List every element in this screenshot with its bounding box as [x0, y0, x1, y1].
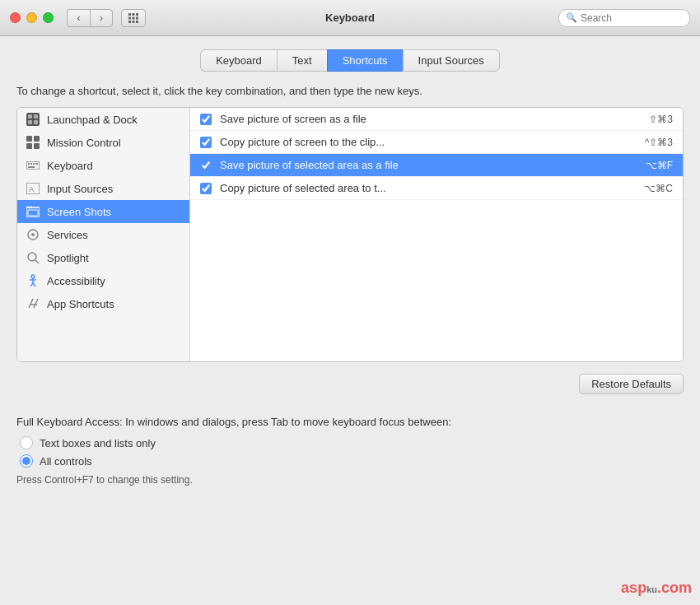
svg-line-32: [35, 260, 39, 263]
svg-line-40: [34, 299, 38, 308]
shortcut-row-copy-selected[interactable]: Copy picture of selected area to t... ⌥⌘…: [190, 177, 683, 200]
shortcut-checkbox-copy-clip[interactable]: [200, 137, 212, 148]
svg-rect-19: [28, 163, 30, 165]
services-icon: [26, 227, 40, 242]
tab-text[interactable]: Text: [277, 49, 327, 72]
tab-keyboard[interactable]: Keyboard: [200, 49, 277, 72]
sidebar-item-app-shortcuts[interactable]: App Shortcuts: [17, 292, 189, 315]
main-content: Keyboard Text Shortcuts Input Sources To…: [0, 36, 700, 605]
svg-rect-4: [133, 16, 135, 19]
sidebar-item-screen-shots[interactable]: Screen Shots: [17, 200, 189, 223]
shortcut-row-copy-clip[interactable]: Copy picture of screen to the clip... ^⇧…: [190, 131, 683, 154]
sidebar-item-services[interactable]: Services: [17, 223, 189, 246]
radio-row-text-boxes[interactable]: Text boxes and lists only: [20, 436, 684, 449]
shortcut-key-save-file: ⇧⌘3: [649, 114, 673, 125]
bottom-section: Restore Defaults Full Keyboard Access: I…: [16, 374, 684, 491]
restore-defaults-button[interactable]: Restore Defaults: [579, 374, 684, 394]
sidebar-item-spotlight-label: Spotlight: [47, 252, 89, 264]
sidebar-item-launchpad-label: Launchpad & Dock: [47, 114, 138, 126]
shortcut-checkbox-save-file[interactable]: [200, 114, 212, 125]
svg-line-38: [29, 299, 33, 308]
svg-rect-7: [133, 21, 135, 23]
app-shortcuts-icon: [26, 296, 40, 311]
radio-all-controls-label: All controls: [40, 455, 92, 468]
sidebar-item-mission-control-label: Mission Control: [47, 137, 121, 149]
svg-rect-12: [28, 120, 32, 124]
svg-rect-8: [136, 21, 138, 23]
svg-rect-1: [133, 13, 135, 16]
shortcut-label-copy-selected: Copy picture of selected area to t...: [220, 182, 636, 194]
back-button[interactable]: ‹: [67, 9, 90, 27]
search-box[interactable]: 🔍: [558, 9, 690, 27]
radio-row-all-controls[interactable]: All controls: [20, 454, 684, 468]
watermark: aspku.com: [621, 579, 692, 597]
search-icon: 🔍: [566, 12, 577, 23]
svg-rect-14: [26, 136, 32, 142]
radio-text-boxes-label: Text boxes and lists only: [40, 437, 156, 449]
svg-rect-6: [128, 21, 131, 23]
spotlight-icon: [26, 250, 40, 265]
minimize-button[interactable]: [26, 12, 37, 23]
mission-control-icon: [26, 135, 40, 150]
tab-shortcuts[interactable]: Shortcuts: [327, 49, 403, 72]
shortcut-list: Save picture of screen as a file ⇧⌘3 Cop…: [190, 108, 683, 361]
instruction-text: To change a shortcut, select it, click t…: [16, 85, 684, 97]
fka-section: Full Keyboard Access: In windows and dia…: [16, 404, 684, 491]
svg-rect-28: [28, 210, 38, 216]
nav-buttons: ‹ ›: [67, 9, 113, 27]
screen-shots-icon: [26, 204, 40, 219]
svg-point-31: [28, 253, 36, 261]
sidebar-item-keyboard[interactable]: Keyboard: [17, 154, 189, 177]
sidebar-item-spotlight[interactable]: Spotlight: [17, 246, 189, 269]
shortcut-row-save-selected[interactable]: Save picture of selected area as a file …: [190, 154, 683, 177]
svg-rect-0: [128, 13, 131, 16]
sidebar-item-services-label: Services: [47, 229, 88, 241]
sidebar-item-accessibility[interactable]: Accessibility: [17, 269, 189, 292]
sidebar-item-mission-control[interactable]: Mission Control: [17, 131, 189, 154]
titlebar: ‹ › Keyboard 🔍: [0, 0, 700, 36]
grid-button[interactable]: [121, 9, 146, 27]
svg-rect-15: [34, 136, 40, 142]
radio-group: Text boxes and lists only All controls: [16, 436, 684, 468]
keyboard-icon: [26, 158, 40, 173]
sidebar-item-launchpad[interactable]: Launchpad & Dock: [17, 108, 189, 131]
input-sources-icon: A: [26, 181, 40, 196]
accessibility-icon: [26, 273, 40, 288]
radio-all-controls[interactable]: [20, 454, 33, 468]
tab-bar: Keyboard Text Shortcuts Input Sources: [16, 49, 684, 72]
svg-point-33: [31, 275, 35, 278]
tab-input-sources[interactable]: Input Sources: [403, 49, 500, 72]
svg-rect-2: [136, 13, 138, 16]
traffic-lights: [10, 12, 54, 23]
svg-rect-16: [26, 143, 32, 149]
svg-rect-20: [30, 163, 32, 165]
search-input[interactable]: [581, 12, 679, 24]
forward-button[interactable]: ›: [90, 9, 113, 27]
svg-rect-13: [34, 120, 38, 124]
svg-rect-5: [136, 16, 138, 19]
svg-rect-21: [33, 163, 35, 165]
shortcut-checkbox-copy-selected[interactable]: [200, 183, 212, 194]
launchpad-icon: [26, 112, 40, 127]
svg-rect-3: [128, 16, 131, 19]
maximize-button[interactable]: [43, 12, 54, 23]
svg-rect-17: [34, 143, 40, 149]
window-title: Keyboard: [325, 12, 375, 24]
sidebar-item-input-sources-label: Input Sources: [47, 183, 113, 195]
fka-title: Full Keyboard Access: In windows and dia…: [16, 416, 684, 428]
svg-rect-18: [26, 161, 40, 170]
restore-row: Restore Defaults: [16, 374, 684, 394]
svg-rect-10: [28, 114, 32, 119]
svg-rect-22: [35, 163, 38, 165]
shortcut-label-save-selected: Save picture of selected area as a file: [220, 159, 637, 171]
shortcut-row-save-file[interactable]: Save picture of screen as a file ⇧⌘3: [190, 108, 683, 131]
close-button[interactable]: [10, 12, 21, 23]
shortcut-checkbox-save-selected[interactable]: [200, 160, 212, 171]
panels: Launchpad & Dock Mission Control Keyboar…: [16, 107, 684, 362]
shortcut-key-copy-selected: ⌥⌘C: [644, 183, 673, 194]
sidebar-item-keyboard-label: Keyboard: [47, 160, 93, 172]
sidebar-item-input-sources[interactable]: A Input Sources: [17, 177, 189, 200]
sidebar-item-screen-shots-label: Screen Shots: [47, 206, 111, 218]
radio-text-boxes[interactable]: [20, 436, 33, 449]
svg-line-37: [33, 283, 35, 286]
